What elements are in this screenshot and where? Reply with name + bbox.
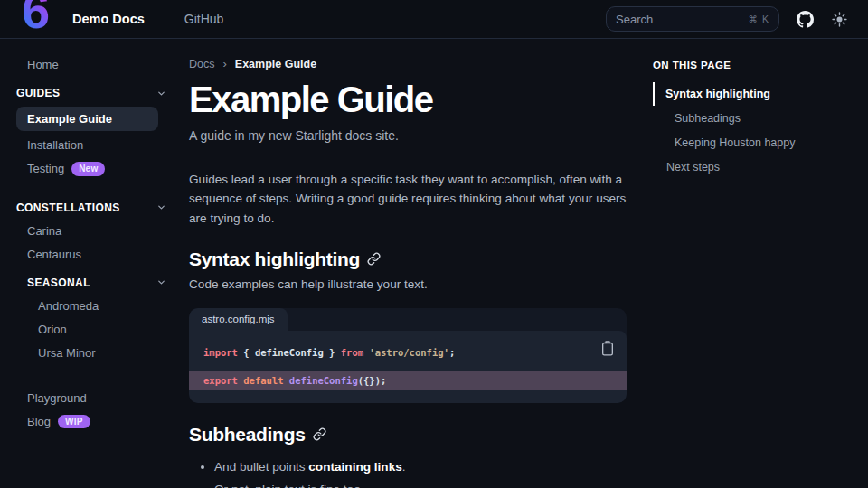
github-icon[interactable] [796,10,814,28]
toc-title: ON THIS PAGE [653,60,856,70]
site-logo[interactable]: 6 [20,0,63,39]
wip-badge: WIP [58,415,90,429]
code-tab-filename: astro.config.mjs [189,308,288,331]
anchor-link-icon[interactable] [367,252,381,266]
breadcrumb-separator: › [222,57,226,70]
sidebar-item-home[interactable]: Home [16,53,177,76]
copy-code-button[interactable] [600,340,615,357]
code-line-2-highlighted: export default defineConfig({}); [189,371,627,390]
logo-glyph: 6 [22,0,50,36]
chevron-down-icon [156,277,166,287]
breadcrumb: Docs › Example Guide [189,57,636,70]
sidebar-nav: Home GUIDES Example Guide Installation T… [0,39,177,434]
sidebar-item-centaurus[interactable]: Centaurus [16,243,177,266]
chevron-down-icon [156,89,166,99]
page: 6 Demo Docs GitHub ⌘ K [0,0,868,488]
sidebar-item-testing[interactable]: TestingNew [16,157,177,181]
sidebar-item-andromeda[interactable]: Andromeda [16,295,177,317]
nav-github-link[interactable]: GitHub [184,12,224,26]
sidebar-item-installation[interactable]: Installation [16,134,177,156]
site-title-link[interactable]: Demo Docs [72,12,145,26]
code-tab-row: astro.config.mjs [189,308,627,331]
search-input-wrapper[interactable]: ⌘ K [606,6,779,32]
list-item: Or not, plain text is fine too. [214,483,636,488]
containing-links-link[interactable]: containing links [308,460,401,474]
chevron-down-icon [156,202,166,212]
sidebar-spacer [16,182,177,191]
search-input[interactable] [616,13,724,26]
sidebar-item-blog[interactable]: BlogWIP [16,410,177,434]
site-header: 6 Demo Docs GitHub ⌘ K [0,0,868,39]
header-actions: ⌘ K [606,6,848,32]
heading-syntax-highlighting: Syntax highlighting [189,249,636,270]
new-badge: New [71,162,105,176]
sidebar-group-guides[interactable]: GUIDES [16,81,177,105]
sidebar-item-playground[interactable]: Playground [16,387,177,409]
theme-toggle-sun-icon[interactable] [830,10,848,28]
toc-item-syntax-highlighting[interactable]: Syntax highlighting [653,82,856,106]
on-this-page-toc: ON THIS PAGE Syntax highlighting Subhead… [653,39,856,180]
code-block: astro.config.mjs import { defineConfig }… [189,308,627,403]
sidebar-item-orion[interactable]: Orion [16,318,177,341]
intro-paragraph: Guides lead a user through a specific ta… [189,170,636,228]
list-item: And bullet points containing links. [214,460,636,474]
toc-list: Syntax highlighting Subheadings Keeping … [653,82,856,179]
anchor-link-icon[interactable] [313,427,326,441]
heading-subheadings: Subheadings [189,424,636,446]
sidebar-group-constellations[interactable]: CONSTELLATIONS [16,196,177,220]
search-shortcut-kbd: ⌘ K [749,14,769,24]
main-content: Docs › Example Guide Example Guide A gui… [189,39,636,488]
bullet-list: And bullet points containing links. Or n… [214,460,636,488]
breadcrumb-docs-link[interactable]: Docs [189,58,214,70]
sidebar-spacer [16,365,177,387]
code-panel: import { defineConfig } from 'astro/conf… [189,331,627,403]
breadcrumb-current: Example Guide [235,58,316,70]
toc-item-subheadings[interactable]: Subheadings [653,107,856,130]
sidebar-group-seasonal[interactable]: SEASONAL [16,271,177,295]
toc-item-next-steps[interactable]: Next steps [653,155,856,179]
code-line-1: import { defineConfig } from 'astro/conf… [189,345,627,360]
sidebar-item-carina[interactable]: Carina [16,220,177,242]
toc-item-keeping-houston-happy[interactable]: Keeping Houston happy [653,131,856,155]
sidebar-item-ursa-minor[interactable]: Ursa Minor [16,342,177,364]
sidebar-item-example-guide[interactable]: Example Guide [16,107,158,131]
syntax-section-lead: Code examples can help illustrate your t… [189,277,636,291]
page-title: Example Guide [189,80,636,120]
page-subtitle: A guide in my new Starlight docs site. [189,128,636,143]
